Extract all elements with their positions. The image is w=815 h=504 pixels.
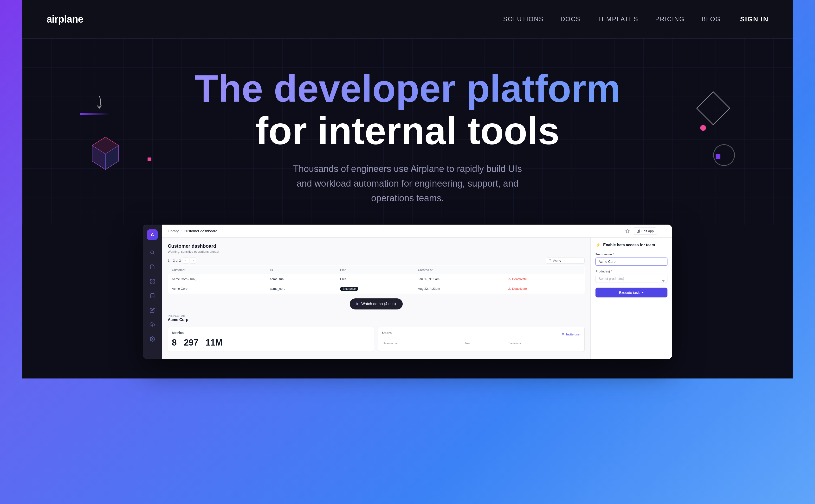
sidebar-settings-icon[interactable] [148, 335, 157, 343]
left-panel: Customer dashboard Warning, sensitive op… [162, 238, 590, 359]
metrics-panel: Metrics 8 297 11M [168, 327, 374, 352]
inspector-label: INSPECTOR [168, 314, 585, 317]
invite-icon [561, 333, 565, 336]
app-content: Customer dashboard Warning, sensitive op… [162, 238, 672, 359]
sidebar-files-icon[interactable] [148, 263, 157, 271]
deactivate-button-1[interactable]: ⚠ Deactivate [508, 277, 580, 281]
users-header-username: Username [383, 340, 464, 346]
table-row: Acme Corp (Trial) acme_trial Free Jan 09… [168, 274, 585, 284]
nav-blog[interactable]: BLOG [702, 15, 721, 23]
sidebar-grid-icon[interactable] [148, 277, 157, 286]
navbar: airplane SOLUTIONS DOCS TEMPLATES PRICIN… [22, 0, 793, 38]
deco-3d-box [90, 135, 121, 171]
table-header-plan: Plan [336, 266, 414, 274]
table-cell-id-2: acme_corp [266, 284, 336, 294]
hero-title-line2: for internal tools [46, 110, 769, 152]
breadcrumb-current: Customer dashboard [184, 229, 218, 233]
warning-icon-1: ⚠ [508, 277, 511, 281]
table-cell-created-1: Jan 09, 9:05am [414, 274, 504, 284]
svg-rect-7 [150, 282, 152, 283]
table-row: Acme Corp acme_corp Enterprise Aug 22, 4… [168, 284, 585, 294]
inspector-section: INSPECTOR Acme Corp [168, 314, 585, 322]
sidebar-edit-icon[interactable] [148, 306, 157, 315]
invite-user-button[interactable]: Invite user [561, 333, 580, 336]
table-cell-created-2: Aug 22, 4:23pm [414, 284, 504, 294]
right-panel-title: Enable beta access for team [603, 243, 655, 247]
table-cell-action-1: ⚠ Deactivate [504, 274, 584, 284]
hero-subtitle: Thousands of engineers use Airplane to r… [263, 162, 552, 205]
pagination-text: 1 – 2 of 2 [168, 259, 181, 262]
sign-in-button[interactable]: SIGN IN [740, 15, 769, 23]
table-cell-action-2: ⚠ Deactivate [504, 284, 584, 294]
metric-val-2: 297 [184, 338, 198, 348]
products-select[interactable]: Select product(s) [595, 275, 668, 283]
svg-point-4 [151, 251, 154, 254]
svg-marker-11 [626, 229, 629, 233]
team-name-input[interactable] [595, 258, 668, 266]
products-label: Product(s) * [595, 270, 668, 273]
lightning-icon: ⚡ [595, 242, 601, 248]
nav-solutions[interactable]: SOLUTIONS [503, 15, 543, 23]
svg-rect-5 [150, 279, 152, 281]
deco-line [80, 113, 109, 115]
edit-app-button[interactable]: Edit app [633, 227, 657, 235]
team-name-field: Team name * [595, 252, 668, 270]
inspector-value: Acme Corp [168, 318, 585, 322]
right-panel: ⚡ Enable beta access for team Team name … [590, 238, 672, 359]
app-main: Library / Customer dashboard [162, 225, 672, 359]
main-container: airplane SOLUTIONS DOCS TEMPLATES PRICIN… [22, 0, 793, 378]
table-controls: 1 – 2 of 2 ‹ › [168, 257, 585, 264]
execute-label: Execute task [619, 290, 640, 295]
svg-point-13 [562, 333, 564, 334]
svg-rect-8 [153, 282, 154, 283]
next-page-button[interactable]: › [190, 257, 196, 264]
metrics-title: Metrics [172, 331, 370, 335]
table-header-created: Created at [414, 266, 504, 274]
deco-arrow-icon [90, 94, 109, 113]
svg-point-12 [549, 259, 551, 261]
panel-title: Customer dashboard [168, 243, 585, 249]
nav-pricing[interactable]: PRICING [655, 15, 685, 23]
table-header-customer: Customer [168, 266, 266, 274]
star-button[interactable] [624, 227, 631, 235]
metric-val-1: 8 [172, 338, 177, 348]
users-table: Username Team Sessions [382, 340, 580, 347]
play-icon [357, 302, 359, 305]
deco-circle-icon [713, 144, 735, 166]
app-sidebar: A [143, 225, 162, 359]
sidebar-upload-icon[interactable] [148, 320, 157, 329]
users-header-team: Team [465, 340, 508, 346]
pagination-buttons: ‹ › [183, 257, 196, 264]
logo[interactable]: airplane [46, 13, 83, 25]
sidebar-book-icon[interactable] [148, 291, 157, 300]
prev-page-button[interactable]: ‹ [183, 257, 189, 264]
watch-demo-button[interactable]: Watch demo (4 min) [350, 298, 402, 309]
table-cell-customer-2: Acme Corp [168, 284, 266, 294]
team-name-label: Team name * [595, 252, 668, 256]
enterprise-badge: Enterprise [340, 287, 358, 291]
sidebar-logo: A [147, 229, 158, 240]
svg-point-10 [152, 339, 153, 340]
search-icon [548, 259, 552, 262]
app-demo-wrapper: A [22, 225, 793, 378]
more-options-button[interactable]: ⋯ [659, 227, 667, 235]
invite-user-label: Invite user [566, 333, 580, 336]
breadcrumb-parent[interactable]: Library [168, 229, 179, 233]
deactivate-button-2[interactable]: ⚠ Deactivate [508, 287, 580, 290]
table-header-id: ID [266, 266, 336, 274]
search-input[interactable] [553, 259, 582, 262]
deco-dot-icon [700, 125, 706, 131]
table-header-action [504, 266, 584, 274]
table-cell-id-1: acme_trial [266, 274, 336, 284]
warning-icon-2: ⚠ [508, 287, 511, 290]
sidebar-search-icon[interactable] [148, 248, 157, 257]
execute-chevron-icon [642, 292, 644, 293]
bottom-panels: Metrics 8 297 11M Users [168, 327, 585, 352]
nav-templates[interactable]: TEMPLATES [597, 15, 639, 23]
nav-links: SOLUTIONS DOCS TEMPLATES PRICING BLOG [503, 15, 721, 23]
metric-val-3: 11M [206, 338, 223, 348]
execute-task-button[interactable]: Execute task [595, 288, 668, 297]
nav-docs[interactable]: DOCS [560, 15, 580, 23]
products-required: * [611, 270, 612, 273]
hero-section: The developer platform for internal tool… [22, 38, 793, 225]
